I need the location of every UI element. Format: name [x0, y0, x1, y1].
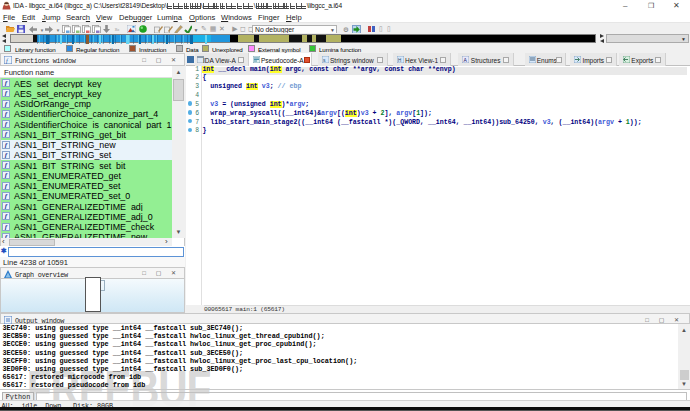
svg-text:H: H [398, 58, 401, 63]
